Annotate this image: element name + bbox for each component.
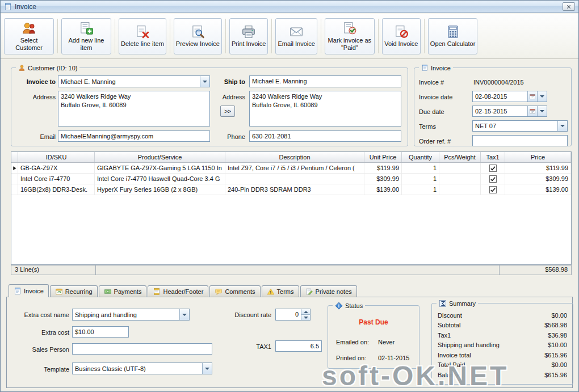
toolbar-button-label: Preview Invoice <box>176 40 220 48</box>
titlebar[interactable]: Invoice <box>1 1 578 13</box>
summary-value: $615.96 <box>544 372 567 378</box>
cell-desc: 240-Pin DDR3 SDRAM DDR3 <box>225 184 364 195</box>
toolbar-button-label: Mark invoice as "Paid" <box>327 37 372 51</box>
toolbar-separator <box>378 19 379 53</box>
chevron-down-icon[interactable] <box>202 363 212 374</box>
column-header[interactable]: Tax1 <box>481 152 505 162</box>
column-header[interactable]: Pcs/Weight <box>439 152 481 162</box>
email-input[interactable]: MichaelEManning@armyspy.com <box>58 130 210 142</box>
shipping-address-input[interactable]: 3240 Walkers Ridge Way Buffalo Grove, IL… <box>249 91 401 127</box>
tax1-cell[interactable] <box>481 174 505 184</box>
current-row-arrow-icon <box>12 166 17 171</box>
tax1-cell[interactable] <box>481 163 505 173</box>
table-row[interactable]: Intel Core i7-4770Intel Core i7-4770 Has… <box>11 174 571 184</box>
copy-address-button[interactable]: >> <box>220 106 235 117</box>
close-button[interactable] <box>563 2 575 11</box>
extra-cost-input[interactable]: $10.00 <box>72 326 129 338</box>
column-header[interactable]: ID/SKU <box>18 152 95 162</box>
chevron-down-icon[interactable] <box>179 309 189 320</box>
summary-label: Tax1 <box>438 332 451 339</box>
status-group: Status Past Due Emailed on: Never Printe… <box>328 305 419 369</box>
print-button[interactable]: Print Invoice <box>229 18 268 54</box>
tab-terms[interactable]: Terms <box>262 285 299 297</box>
invoice-to-select[interactable]: Michael E. Manning <box>58 75 210 87</box>
spinner-down-icon[interactable] <box>301 314 310 320</box>
calendar-icon[interactable] <box>527 106 537 116</box>
calculator-button[interactable]: Open Calculator <box>428 18 478 54</box>
select-customer-button[interactable]: Select Customer <box>4 18 54 54</box>
delete-line-button[interactable]: Delete line item <box>119 18 166 54</box>
discount-rate-spinner[interactable]: 0 <box>275 309 311 321</box>
table-row[interactable]: 16GB(2x8) DDR3-Desk.HyperX Fury Series 1… <box>11 184 571 195</box>
tab-recurring[interactable]: Recurring <box>50 285 98 297</box>
column-header[interactable] <box>11 152 18 162</box>
ship-to-input[interactable]: Michael E. Manning <box>249 75 401 87</box>
sales-person-input[interactable] <box>72 343 212 355</box>
invoice-number-value: INV0000004/2015 <box>473 78 524 86</box>
column-header[interactable]: Description <box>225 152 364 162</box>
row-marker <box>11 174 18 184</box>
add-line-button[interactable]: Add new line item <box>61 18 111 54</box>
terms-select[interactable]: NET 07 <box>472 120 568 132</box>
spinner-buttons[interactable] <box>301 309 310 320</box>
mark-paid-button[interactable]: Mark invoice as "Paid" <box>325 18 375 54</box>
warning-icon <box>267 288 275 296</box>
email-label: Email <box>15 133 56 141</box>
cell-sku: 16GB(2x8) DDR3-Desk. <box>18 184 95 195</box>
lines-total: $568.98 <box>499 265 572 275</box>
tax1-input[interactable]: 6.5 <box>275 340 322 352</box>
column-header[interactable]: Quantity <box>402 152 439 162</box>
invoice-group-legend: Invoice <box>419 64 453 72</box>
tab-payments[interactable]: Payments <box>99 285 147 297</box>
invoice-group-title: Invoice <box>431 65 451 71</box>
cell-sku: Intel Core i7-4770 <box>18 174 95 184</box>
tax1-checkbox[interactable] <box>489 165 497 172</box>
extra-cost-label: Extra cost <box>11 328 69 336</box>
customer-group-title: Customer (ID: 10) <box>28 65 77 71</box>
cell-desc: Intel Z97, Core i7 / i5 / i3 / Pentium /… <box>225 163 364 173</box>
summary-row: Tax1$36.98 <box>438 330 567 340</box>
phone-input[interactable]: 630-201-2081 <box>249 130 401 142</box>
recurring-icon <box>55 288 63 296</box>
cell-price: $139.00 <box>505 184 571 195</box>
chevron-down-icon[interactable] <box>537 106 547 116</box>
tax1-cell[interactable] <box>481 184 505 195</box>
preview-button[interactable]: Preview Invoice <box>174 18 222 54</box>
line-items-table[interactable]: ID/SKUProduct/ServiceDescriptionUnit Pri… <box>11 151 572 265</box>
tab-label: Comments <box>225 288 255 295</box>
chevron-down-icon[interactable] <box>557 121 567 131</box>
order-ref-input[interactable] <box>472 135 568 146</box>
tab-invoice[interactable]: Invoice <box>9 284 49 297</box>
chevron-down-icon[interactable] <box>537 91 547 102</box>
toolbar: Select CustomerAdd new line itemDelete l… <box>1 14 578 59</box>
template-select[interactable]: Business Classic (UTF-8) <box>72 363 212 374</box>
column-header[interactable]: Unit Price <box>364 152 402 162</box>
tab-label: Invoice <box>24 288 44 294</box>
toolbar-separator <box>424 19 425 53</box>
invoice-date-field[interactable]: 02-08-2015 <box>472 91 547 102</box>
tax1-checkbox[interactable] <box>489 186 497 193</box>
tax1-checkbox[interactable] <box>489 175 497 183</box>
calendar-icon[interactable] <box>527 91 537 102</box>
order-ref-label: Order ref. # <box>419 137 470 145</box>
invoice-to-label: Invoice to <box>15 78 56 86</box>
cell-product: GIGABYTE GA-Z97X-Gaming 5 LGA 1150 In <box>95 163 225 173</box>
tab-comments[interactable]: Comments <box>209 285 260 297</box>
column-header[interactable]: Product/Service <box>95 152 225 162</box>
status-state: Past Due <box>328 318 419 326</box>
comments-icon <box>215 288 223 296</box>
toolbar-button-label: Open Calculator <box>430 40 476 48</box>
extra-cost-name-select[interactable]: Shipping and handling <box>72 309 190 321</box>
tab-header-footer[interactable]: Header/Footer <box>148 285 208 297</box>
check-icon <box>490 176 496 182</box>
due-date-field[interactable]: 02-15-2015 <box>472 106 547 117</box>
tab-private-notes[interactable]: Private notes <box>300 285 357 297</box>
info-icon <box>335 302 343 310</box>
table-row[interactable]: GB-GA-Z97XGIGABYTE GA-Z97X-Gaming 5 LGA … <box>11 163 571 174</box>
cell-sku: GB-GA-Z97X <box>18 163 95 173</box>
void-button[interactable]: Void Invoice <box>382 18 421 54</box>
column-header[interactable]: Price <box>505 152 571 162</box>
spinner-up-icon[interactable] <box>301 309 310 314</box>
email-button[interactable]: Email Invoice <box>275 18 317 54</box>
billing-address-input[interactable]: 3240 Walkers Ridge Way Buffalo Grove, IL… <box>58 91 210 127</box>
